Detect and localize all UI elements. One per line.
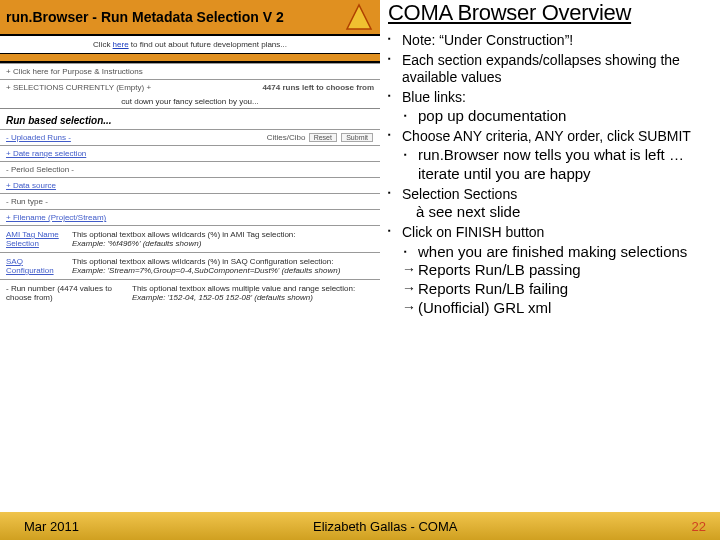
bullet-choose: Choose ANY criteria, ANY order, click SU… bbox=[388, 128, 714, 184]
filename-toggle[interactable]: + Filename (Project/Stream) bbox=[0, 210, 380, 225]
run-based-heading: Run based selection... bbox=[0, 109, 380, 129]
selection-link[interactable]: Selection bbox=[6, 239, 64, 248]
slide-footer: Mar 2011 Elizabeth Gallas - COMA 22 bbox=[0, 512, 720, 540]
uploaded-runs-link[interactable]: - Uploaded Runs - bbox=[6, 133, 71, 142]
datasource-toggle[interactable]: + Data source bbox=[0, 178, 380, 193]
selections-empty: + SELECTIONS CURRENTLY (Empty) + bbox=[6, 83, 151, 92]
bullet-popup: pop up documentation bbox=[402, 107, 714, 126]
page-number: 22 bbox=[692, 519, 706, 534]
dev-plans-link[interactable]: here bbox=[113, 40, 129, 49]
app-banner: run.Browser - Run Metadata Selection V 2 bbox=[0, 0, 380, 36]
daterange-toggle[interactable]: + Date range selection bbox=[0, 146, 380, 161]
footer-author: Elizabeth Gallas - COMA bbox=[313, 519, 458, 534]
app-title: run.Browser - Run Metadata Selection V 2 bbox=[6, 9, 284, 25]
reset-button[interactable]: Reset bbox=[309, 133, 337, 142]
bullet-expand: Each section expands/collapses showing t… bbox=[388, 52, 714, 87]
bullet-note: Note: “Under Construction”! bbox=[388, 32, 714, 50]
divider-bar bbox=[0, 53, 380, 63]
bullet-bluelinks: Blue links: pop up documentation bbox=[388, 89, 714, 126]
bullet-iterate: run.Browser now tells you what is left …… bbox=[402, 146, 714, 184]
runs-left-count: 4474 runs left to choose from bbox=[262, 83, 374, 92]
see-next-slide: à see next slide bbox=[402, 203, 714, 222]
footer-date: Mar 2011 bbox=[24, 519, 79, 534]
slide-title: COMA Browser Overview bbox=[388, 0, 714, 26]
slide-content: COMA Browser Overview Note: “Under Const… bbox=[388, 0, 718, 500]
cutdown-text: cut down your fancy selection by you... bbox=[0, 95, 380, 108]
submit-button[interactable]: Submit bbox=[341, 133, 373, 142]
bullet-failing: Reports Run/LB failing bbox=[402, 280, 714, 299]
instructions-toggle[interactable]: + Click here for Purpose & Instructions bbox=[0, 64, 380, 79]
bullet-finished: when you are finished making selections bbox=[402, 243, 714, 262]
dev-plans-line: Click here to find out about future deve… bbox=[0, 36, 380, 53]
bullet-sections: Selection Sections à see next slide bbox=[388, 186, 714, 222]
bullet-passing: Reports Run/LB passing bbox=[402, 261, 714, 280]
bullet-grl: (Unofficial) GRL xml bbox=[402, 299, 714, 318]
runtype-row[interactable]: - Run type - bbox=[0, 194, 380, 209]
config-link[interactable]: Configuration bbox=[6, 266, 64, 275]
saq-link[interactable]: SAQ bbox=[6, 257, 64, 266]
svg-marker-0 bbox=[347, 5, 371, 29]
atlas-logo-icon bbox=[342, 0, 376, 34]
bullet-finish: Click on FINISH button when you are fini… bbox=[388, 224, 714, 318]
ami-link[interactable]: AMI Tag Name bbox=[6, 230, 64, 239]
screenshot-panel: run.Browser - Run Metadata Selection V 2… bbox=[0, 0, 380, 500]
period-row[interactable]: - Period Selection - bbox=[0, 162, 380, 177]
